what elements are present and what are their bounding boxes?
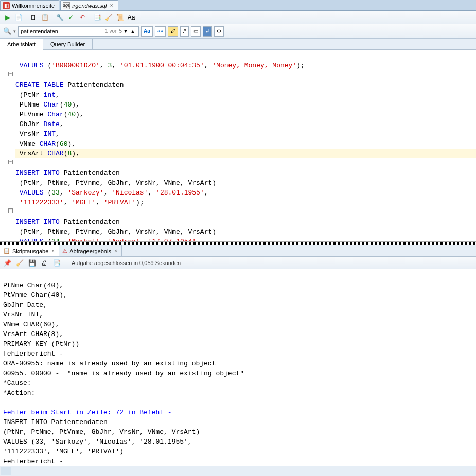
run-script-button[interactable]: 📄 (13, 12, 24, 23)
search-input[interactable] (21, 28, 105, 34)
clear-button[interactable]: 🧹 (103, 12, 114, 23)
tab-irgendwas-sql[interactable]: SQL irgendwas.sql × (60, 0, 118, 10)
file-tabs-row: ◧ Willkommenseite SQL irgendwas.sql × (0, 0, 476, 11)
tab-abfrageergebnis[interactable]: ⚠ Abfrageergebnis × (59, 245, 122, 256)
tab-label: Willkommenseite (12, 3, 55, 9)
search-next-button[interactable]: ▼ (122, 28, 129, 35)
sql-file-icon: SQL (63, 2, 70, 9)
uppercase-button[interactable]: Aa (126, 12, 136, 23)
script-output-panel[interactable]: PtNme Char(40), PtVnme Char(40), GbJhr D… (0, 269, 476, 466)
explain-plan-button[interactable]: 🗒 (28, 12, 39, 23)
search-toolbar: 🔍 ▾ 1 von 5 ▼ ▲ Aa «» 🖍 .* ▭ ↲ ⚙ (0, 24, 476, 39)
clear-output-button[interactable]: 🧹 (14, 258, 25, 268)
tab-willkommenseite[interactable]: ◧ Willkommenseite (0, 0, 59, 10)
whole-word-button[interactable]: «» (155, 26, 166, 37)
search-icon: 🔍 (3, 27, 11, 35)
output-toolbar: 📌 🧹 💾 🖨 📑 Aufgabe abgeschlossen in 0,059… (0, 257, 476, 269)
print-output-button[interactable]: 🖨 (39, 258, 49, 268)
selection-button[interactable]: ▭ (191, 26, 201, 37)
search-box[interactable]: 1 von 5 ▼ ▲ (18, 26, 139, 37)
wrap-button[interactable]: ↲ (203, 26, 212, 37)
error-icon: ⚠ (62, 248, 67, 254)
commit-button[interactable]: ✓ (66, 12, 76, 23)
close-icon[interactable]: × (113, 248, 118, 254)
status-block (1, 467, 11, 475)
close-icon[interactable]: × (50, 248, 56, 254)
search-result-count: 1 von 5 (105, 28, 122, 34)
save-output-button[interactable]: 💾 (27, 258, 37, 268)
horizontal-splitter[interactable] (0, 242, 476, 245)
close-icon[interactable]: × (109, 3, 114, 8)
match-case-button[interactable]: Aa (141, 26, 153, 37)
highlight-button[interactable]: 🖍 (168, 26, 178, 37)
task-status-text: Aufgabe abgeschlossen in 0,059 Sekunden (68, 260, 181, 266)
search-prev-button[interactable]: ▲ (129, 28, 136, 35)
tab-query-builder[interactable]: Query Builder (43, 39, 93, 49)
output-tabs: 📋 Skriptausgabe × ⚠ Abfrageergebnis × (0, 245, 476, 257)
regex-button[interactable]: .* (180, 26, 189, 37)
unshared-button[interactable]: 📑 (92, 12, 102, 23)
document-tabs: Arbeitsblatt Query Builder (0, 39, 476, 50)
pin-button[interactable]: 📌 (2, 258, 12, 268)
editor-content[interactable]: VALUES ('B000001DZO', 3, '01.01.1900 00:… (0, 50, 476, 242)
settings-button[interactable]: ⚙ (214, 26, 224, 37)
sql-tuning-button[interactable]: 🔧 (55, 12, 65, 23)
tab-arbeitsblatt[interactable]: Arbeitsblatt (0, 39, 43, 50)
tab-skriptausgabe[interactable]: 📋 Skriptausgabe × (0, 245, 59, 256)
oracle-icon: ◧ (3, 2, 10, 9)
autotrace-button[interactable]: 📋 (40, 12, 50, 23)
script-output-icon: 📋 (3, 248, 10, 254)
status-bar (0, 466, 476, 476)
sql-editor[interactable]: − − − VALUES ('B000001DZO', 3, '01.01.19… (0, 50, 476, 242)
main-toolbar: ▶ 📄 🗒 📋 🔧 ✓ ↶ 📑 🧹 📜 Aa (0, 11, 476, 24)
tab-label: irgendwas.sql (72, 3, 107, 9)
run-button[interactable]: ▶ (2, 12, 12, 23)
detail-button[interactable]: 📑 (51, 258, 62, 268)
rollback-button[interactable]: ↶ (77, 12, 87, 23)
history-button[interactable]: 📜 (115, 12, 125, 23)
